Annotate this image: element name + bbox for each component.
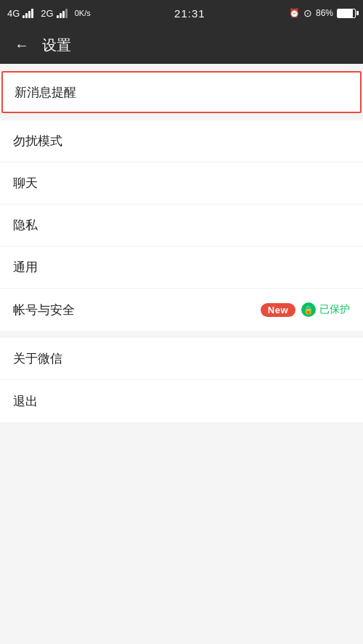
settings-group-2: 勿扰模式 聊天 隐私 通用 帐号与安全 New 🔒 已保护 [0,120,363,331]
settings-item-new-message[interactable]: 新消息提醒 [1,71,362,113]
signal-bars-2g [57,8,68,18]
item-label-about: 关于微信 [13,350,350,367]
lock-icon: 🔒 [301,302,316,317]
signal-bars-4g [23,8,33,18]
status-left: 4G 2G 0K/s [7,8,91,19]
status-bar: 4G 2G 0K/s 21:31 ⏰ ⊙ 86% [0,0,363,26]
network-speed: 0K/s [75,9,91,17]
settings-item-general[interactable]: 通用 [0,247,363,289]
item-right-account: New 🔒 已保护 [261,302,350,317]
settings-item-privacy[interactable]: 隐私 [0,205,363,247]
settings-list: 新消息提醒 勿扰模式 聊天 隐私 通用 帐号与安全 New 🔒 已保护 [0,71,363,422]
wifi-icon: ⊙ [303,7,312,19]
network-4g: 4G [7,8,20,19]
badge-new: New [261,303,295,317]
item-label-new-message: 新消息提醒 [15,84,348,101]
settings-item-about[interactable]: 关于微信 [0,338,363,380]
battery-icon [337,9,356,18]
item-label-dnd: 勿扰模式 [13,133,350,149]
status-right: ⏰ ⊙ 86% [289,7,356,19]
back-button[interactable]: ← [12,34,32,57]
protected-label: 已保护 [319,303,350,316]
item-label-chat: 聊天 [13,175,350,191]
battery-fill [338,9,353,17]
alarm-icon: ⏰ [289,8,300,18]
settings-group-3: 关于微信 退出 [0,338,363,422]
nav-bar: ← 设置 [0,26,363,64]
item-label-logout: 退出 [13,393,350,410]
settings-group-1: 新消息提醒 [0,71,363,113]
badge-protected: 🔒 已保护 [301,302,350,317]
settings-item-logout[interactable]: 退出 [0,380,363,422]
battery-percent: 86% [316,8,333,18]
network-2g: 2G [41,8,53,19]
status-time: 21:31 [174,7,205,20]
page-title: 设置 [42,36,71,55]
item-label-account: 帐号与安全 [13,302,261,318]
settings-item-chat[interactable]: 聊天 [0,162,363,205]
item-label-general: 通用 [13,259,350,276]
settings-item-dnd[interactable]: 勿扰模式 [0,120,363,162]
item-label-privacy: 隐私 [13,217,350,234]
settings-item-account[interactable]: 帐号与安全 New 🔒 已保护 [0,289,363,331]
bottom-area [0,429,363,574]
